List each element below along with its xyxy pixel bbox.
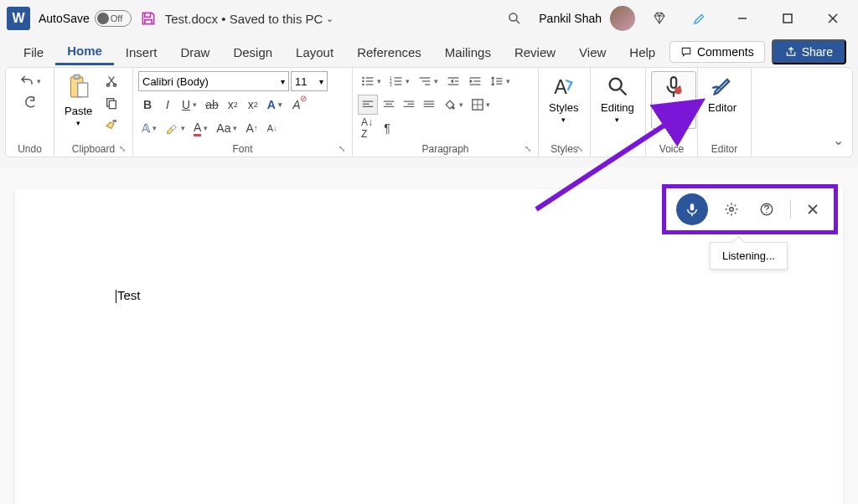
font-size-select[interactable]: 11▾ bbox=[291, 71, 328, 91]
styles-launcher-icon[interactable]: ⤡ bbox=[576, 144, 583, 153]
group-voice: Dictate▾ Voice bbox=[646, 68, 698, 157]
svg-rect-56 bbox=[671, 77, 676, 88]
svg-rect-12 bbox=[110, 100, 116, 108]
bold-button[interactable]: B bbox=[138, 95, 157, 115]
borders-button[interactable] bbox=[468, 95, 494, 115]
tab-draw[interactable]: Draw bbox=[168, 40, 221, 64]
diamond-icon[interactable] bbox=[644, 6, 675, 31]
svg-line-1 bbox=[517, 20, 520, 23]
user-name[interactable]: Pankil Shah bbox=[539, 12, 602, 25]
font-name-select[interactable]: Calibri (Body)▾ bbox=[138, 71, 289, 91]
change-case-button[interactable]: Aa bbox=[213, 118, 240, 138]
show-marks-button[interactable]: ¶ bbox=[378, 118, 396, 138]
autosave-toggle[interactable]: AutoSave Off bbox=[39, 10, 132, 27]
highlight-button[interactable] bbox=[162, 118, 189, 138]
paste-button[interactable]: Paste ▾ bbox=[59, 71, 97, 129]
user-avatar[interactable] bbox=[610, 6, 635, 31]
tab-layout[interactable]: Layout bbox=[284, 40, 345, 64]
numbering-button[interactable]: 123 bbox=[386, 71, 413, 91]
font-launcher-icon[interactable]: ⤡ bbox=[339, 144, 345, 153]
clear-formatting-button[interactable]: A⊘ bbox=[287, 95, 306, 115]
group-undo: Undo bbox=[6, 68, 54, 157]
dictation-help-icon[interactable] bbox=[754, 198, 779, 220]
increase-indent-button[interactable] bbox=[465, 71, 485, 91]
listening-tooltip: Listening... bbox=[710, 242, 788, 270]
minimize-button[interactable] bbox=[724, 6, 761, 31]
toggle-switch[interactable]: Off bbox=[95, 10, 132, 27]
shading-button[interactable] bbox=[440, 95, 467, 115]
paragraph-launcher-icon[interactable]: ⤡ bbox=[525, 144, 531, 153]
tab-help[interactable]: Help bbox=[618, 40, 667, 64]
underline-button[interactable]: U bbox=[178, 95, 200, 115]
search-icon[interactable] bbox=[499, 6, 530, 31]
svg-line-55 bbox=[620, 90, 626, 95]
ribbon-collapse-icon[interactable]: ⌄ bbox=[833, 132, 844, 148]
cut-button[interactable] bbox=[101, 71, 121, 91]
superscript-button[interactable]: x2 bbox=[244, 95, 262, 115]
pen-icon[interactable] bbox=[684, 6, 716, 31]
svg-point-14 bbox=[362, 77, 364, 79]
group-editing: Editing▾ bbox=[591, 68, 646, 157]
svg-point-57 bbox=[675, 87, 682, 95]
chevron-down-icon: ⌄ bbox=[326, 13, 333, 24]
group-label-undo: Undo bbox=[11, 141, 49, 155]
format-painter-button[interactable] bbox=[101, 115, 122, 135]
group-label-styles: Styles⤡ bbox=[544, 141, 585, 155]
shrink-font-button[interactable]: A↓ bbox=[262, 118, 281, 138]
bullets-button[interactable] bbox=[358, 71, 385, 91]
redo-button[interactable] bbox=[19, 93, 41, 113]
document-page[interactable]: Test bbox=[15, 189, 843, 504]
toggle-knob bbox=[97, 13, 109, 24]
tab-home[interactable]: Home bbox=[55, 39, 114, 65]
comments-button[interactable]: Comments bbox=[669, 41, 765, 63]
group-clipboard: Paste ▾ Clipboard⤡ bbox=[54, 68, 133, 157]
align-left-button[interactable] bbox=[358, 95, 378, 115]
editing-button[interactable]: Editing▾ bbox=[596, 71, 639, 126]
dictate-button[interactable]: Dictate▾ bbox=[651, 71, 696, 129]
dictation-settings-icon[interactable] bbox=[719, 198, 744, 220]
tab-view[interactable]: View bbox=[567, 40, 618, 64]
group-label-voice: Voice bbox=[651, 141, 692, 155]
font-color-button[interactable]: A bbox=[190, 118, 211, 138]
group-paragraph: 123 A↓Z ¶ Paragraph⤡ bbox=[353, 68, 539, 157]
dictation-mic-button[interactable] bbox=[676, 193, 708, 225]
tab-file[interactable]: File bbox=[12, 40, 55, 64]
editor-button[interactable]: Editor bbox=[703, 71, 742, 116]
clipboard-launcher-icon[interactable]: ⤡ bbox=[119, 144, 126, 153]
decrease-indent-button[interactable] bbox=[443, 71, 463, 91]
subscript-button[interactable]: x2 bbox=[224, 95, 242, 115]
line-spacing-button[interactable] bbox=[487, 71, 514, 91]
text-effects-button[interactable]: A bbox=[264, 95, 286, 115]
tab-insert[interactable]: Insert bbox=[114, 40, 169, 64]
group-label-editing bbox=[596, 141, 640, 155]
grow-font-button[interactable]: A↑ bbox=[242, 118, 261, 138]
italic-button[interactable]: I bbox=[158, 95, 177, 115]
text-outline-button[interactable]: 𝔸 bbox=[138, 118, 160, 138]
sort-button[interactable]: A↓Z bbox=[358, 118, 376, 138]
styles-button[interactable]: A Styles▾ bbox=[544, 71, 583, 126]
align-center-button[interactable] bbox=[380, 95, 398, 115]
group-label-paragraph: Paragraph⤡ bbox=[358, 141, 533, 155]
svg-point-0 bbox=[509, 13, 517, 21]
share-button[interactable]: Share bbox=[772, 39, 846, 64]
svg-rect-3 bbox=[783, 14, 792, 23]
maximize-button[interactable] bbox=[769, 6, 806, 31]
dictation-toolbar bbox=[662, 184, 838, 234]
justify-button[interactable] bbox=[420, 95, 438, 115]
close-button[interactable] bbox=[814, 6, 851, 31]
copy-button[interactable] bbox=[101, 93, 121, 113]
strikethrough-button[interactable]: ab bbox=[202, 95, 222, 115]
align-right-button[interactable] bbox=[400, 95, 418, 115]
group-label-font: Font⤡ bbox=[138, 141, 347, 155]
svg-text:A: A bbox=[554, 76, 567, 98]
tab-design[interactable]: Design bbox=[221, 40, 284, 64]
separator bbox=[790, 200, 791, 219]
dictation-close-icon[interactable] bbox=[802, 200, 824, 219]
multilevel-list-button[interactable] bbox=[415, 71, 442, 91]
save-icon[interactable] bbox=[140, 10, 157, 27]
undo-button[interactable] bbox=[16, 71, 44, 91]
tab-references[interactable]: References bbox=[345, 40, 433, 64]
tab-review[interactable]: Review bbox=[503, 40, 567, 64]
tab-mailings[interactable]: Mailings bbox=[433, 40, 503, 64]
document-title[interactable]: Test.docx • Saved to this PC ⌄ bbox=[165, 12, 334, 26]
